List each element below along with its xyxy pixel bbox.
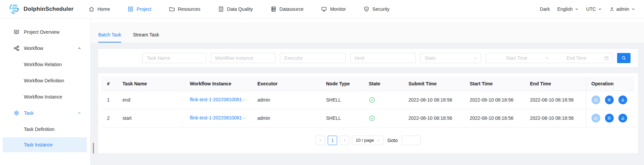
download-log-button[interactable] [618,114,627,122]
nav-label: Monitor [330,6,346,12]
sidebar-label: Task [24,110,34,116]
nav-item-data-quality[interactable]: Data Quality [218,6,253,12]
brand-title: DolphinScheduler [24,6,74,12]
nav-item-monitor[interactable]: Monitor [321,6,346,12]
goto-page-input[interactable] [402,136,421,145]
col-index: # [102,77,117,91]
timezone-selector[interactable]: UTC [586,6,602,12]
col-task-name: Task Name [117,77,184,91]
cell-start-time: 2022-08-10 08:18:56 [464,91,525,109]
view-log-button[interactable] [605,114,614,122]
force-success-button[interactable] [592,114,600,122]
cell-node-type: SHELL [321,109,363,127]
page-size-select[interactable]: 10 / page [352,136,383,145]
arrow-right-icon [544,56,549,60]
workflow-instance-input[interactable] [211,53,276,63]
executor-input[interactable] [280,53,346,63]
sidebar: Project Overview Workflow Workflow Relat… [0,19,91,165]
col-start-time: Start Time [464,77,525,91]
sidebar-item-workflow[interactable]: Workflow [0,40,90,56]
nav-label: Data Quality [227,6,253,12]
workflow-instance-link[interactable]: flink-test-1-20220810081··· [190,115,247,120]
goto-label: Goto [387,138,397,143]
language-selector[interactable]: English [557,6,579,12]
col-node-type: Node Type [321,77,363,91]
search-button[interactable] [617,53,631,63]
cell-task-name: start [117,109,184,127]
theme-toggle[interactable]: Dark [540,6,550,12]
monitor-icon [321,6,327,12]
cell-index: 1 [102,91,117,109]
chevron-left-icon [318,138,322,142]
project-icon [128,6,134,12]
task-name-input[interactable] [142,53,206,63]
nav-label: Datasource [280,6,304,12]
chevron-down-icon [575,7,579,11]
username-label: admin [616,6,629,12]
tab-stream-task[interactable]: Stream Task [133,32,159,43]
nav-label: Home [98,6,110,12]
tab-batch-task[interactable]: Batch Task [98,32,121,43]
check-circle-icon [593,98,598,103]
table-row: 1 end flink-test-1-20220810081··· admin … [102,91,635,109]
state-select-placeholder: State [425,55,436,61]
col-workflow-instance: Workflow Instance [184,77,252,91]
workflow-instance-link[interactable]: flink-test-1-20220810081··· [190,97,247,102]
language-label: English [557,6,573,12]
main-area: Project Overview Workflow Workflow Relat… [0,19,644,165]
nav-item-project[interactable]: Project [128,6,151,12]
content-area: Batch Task Stream Task State Start Time [91,19,644,165]
sidebar-label: Project Overview [24,29,60,35]
host-input[interactable] [350,53,416,63]
success-state-icon [369,115,375,121]
nav-label: Resources [178,6,201,12]
page-1-button[interactable]: 1 [328,136,337,145]
sidebar-label: Workflow [24,46,43,51]
brand[interactable]: DolphinScheduler [9,3,74,15]
chevron-up-icon [77,46,81,50]
chevron-right-icon [343,138,347,142]
time-range-picker[interactable]: Start Time End Time [486,53,613,63]
start-time-placeholder: Start Time [489,55,544,61]
cell-submit-time: 2022-08-10 08:18:56 [403,109,464,127]
sidebar-item-workflow-relation[interactable]: Workflow Relation [0,56,90,73]
user-menu[interactable]: admin [609,6,635,12]
prev-page-button[interactable] [316,136,325,145]
sidebar-item-workflow-instance[interactable]: Workflow Instance [0,89,90,105]
next-page-button[interactable] [340,136,349,145]
sidebar-item-task-instance[interactable]: Task Instance [3,137,87,152]
folder-icon [169,6,175,12]
scrollbar-thumb[interactable] [93,143,94,154]
task-type-tabs: Batch Task Stream Task [91,23,644,43]
force-success-button[interactable] [592,95,600,104]
gear-icon [13,110,20,116]
chevron-down-icon [631,7,635,11]
data-quality-icon [218,6,224,12]
download-log-button[interactable] [618,95,627,104]
nav-label: Security [372,6,390,12]
sidebar-label: Workflow Relation [24,62,62,67]
cards-wrap: State Start Time End Time [91,43,644,165]
sidebar-label: Workflow Definition [24,78,64,83]
sidebar-item-task-definition[interactable]: Task Definition [0,121,90,137]
home-icon [88,6,95,12]
sidebar-item-task[interactable]: Task [0,105,90,121]
nav-item-home[interactable]: Home [88,6,110,12]
sidebar-label: Task Instance [24,142,53,147]
nav-item-security[interactable]: Security [363,6,390,12]
download-icon [620,116,625,120]
nav-item-datasource[interactable]: Datasource [271,6,304,12]
project-overview-icon [13,29,20,35]
workflow-icon [13,45,20,51]
task-instance-table: # Task Name Workflow Instance Executor N… [102,77,635,128]
state-select[interactable]: State [420,53,481,63]
col-operation: Operation [586,77,635,91]
view-log-button[interactable] [605,95,614,104]
col-state: State [363,77,403,91]
calendar-icon [604,56,609,61]
sidebar-item-project-overview[interactable]: Project Overview [0,24,90,40]
nav-item-resources[interactable]: Resources [169,6,201,12]
cell-end-time: 2022-08-10 08:18:56 [525,91,586,109]
log-lines-icon [607,116,612,120]
sidebar-item-workflow-definition[interactable]: Workflow Definition [0,73,90,89]
